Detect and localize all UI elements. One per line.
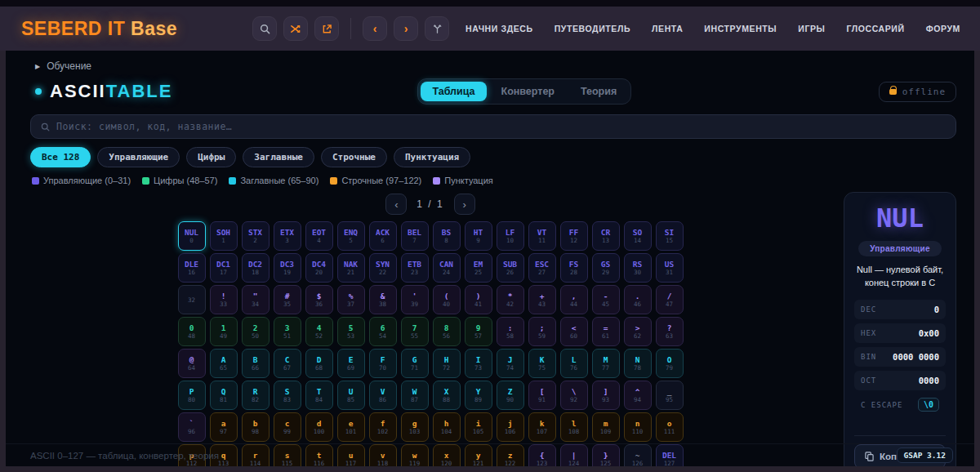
ascii-cell-78[interactable]: N78 [624,349,652,378]
ascii-cell-6[interactable]: ACK6 [369,221,397,251]
ascii-cell-53[interactable]: 553 [337,317,365,346]
ascii-cell-79[interactable]: O79 [656,349,684,378]
site-logo[interactable]: SEBERD IT Base [21,18,177,40]
ascii-cell-30[interactable]: RS30 [624,253,652,283]
tab-2[interactable]: Теория [569,82,628,101]
ascii-cell-69[interactable]: E69 [337,349,365,378]
ascii-cell-23[interactable]: ETB23 [401,253,429,283]
ascii-cell-109[interactable]: m109 [592,412,620,442]
nav-item-0[interactable]: НАЧНИ ЗДЕСЬ [466,24,533,33]
ascii-cell-47[interactable]: /47 [656,285,684,314]
ascii-cell-104[interactable]: h104 [433,412,461,442]
ascii-cell-7[interactable]: BEL7 [401,221,429,251]
ascii-cell-98[interactable]: b98 [242,412,270,442]
ascii-cell-17[interactable]: DC117 [210,253,238,283]
ascii-cell-13[interactable]: CR13 [592,221,620,251]
ascii-cell-36[interactable]: $36 [305,285,333,314]
ascii-cell-63[interactable]: ?63 [656,317,684,346]
ascii-cell-20[interactable]: DC420 [305,253,333,283]
ascii-cell-80[interactable]: P80 [178,381,206,410]
ascii-cell-16[interactable]: DLE16 [178,253,206,283]
filter-chip-1[interactable]: Управляющие [97,147,180,167]
ascii-cell-100[interactable]: d100 [305,412,333,442]
ascii-cell-71[interactable]: G71 [401,349,429,378]
ascii-cell-111[interactable]: o111 [656,412,684,442]
pagination-prev-button[interactable]: ‹ [385,194,407,215]
tab-0[interactable]: Таблица [421,82,486,101]
ascii-cell-50[interactable]: 250 [242,317,270,346]
ascii-cell-90[interactable]: Z90 [497,381,524,410]
nav-item-1[interactable]: ПУТЕВОДИТЕЛЬ [555,24,630,33]
ascii-cell-106[interactable]: j106 [497,412,524,442]
ascii-cell-96[interactable]: `96 [178,412,206,442]
ascii-cell-70[interactable]: F70 [369,349,397,378]
ascii-cell-8[interactable]: BS8 [433,221,461,251]
ascii-cell-102[interactable]: f102 [369,412,397,442]
ascii-cell-84[interactable]: T84 [305,381,333,410]
ascii-cell-38[interactable]: &38 [369,285,397,314]
ascii-cell-75[interactable]: K75 [528,349,556,378]
ascii-cell-108[interactable]: l108 [560,412,588,442]
ascii-cell-85[interactable]: U85 [337,381,365,410]
filter-chip-3[interactable]: Заглавные [243,147,314,167]
ascii-cell-74[interactable]: J74 [497,349,524,378]
ascii-cell-18[interactable]: DC218 [242,253,270,283]
ascii-cell-54[interactable]: 654 [369,317,397,346]
ascii-cell-83[interactable]: S83 [274,381,301,410]
ascii-cell-95[interactable]: _95 [656,381,684,410]
ascii-cell-105[interactable]: i105 [465,412,492,442]
ascii-cell-15[interactable]: SI15 [656,221,684,251]
search-button[interactable] [252,16,277,41]
ascii-cell-61[interactable]: =61 [592,317,620,346]
ascii-cell-93[interactable]: ]93 [592,381,620,410]
ascii-cell-49[interactable]: 149 [210,317,238,346]
ascii-cell-37[interactable]: %37 [337,285,365,314]
ascii-cell-42[interactable]: *42 [497,285,524,314]
ascii-cell-41[interactable]: )41 [465,285,492,314]
ascii-cell-12[interactable]: FF12 [560,221,588,251]
ascii-cell-62[interactable]: >62 [624,317,652,346]
ascii-cell-51[interactable]: 351 [274,317,301,346]
ascii-cell-65[interactable]: A65 [210,349,238,378]
ascii-cell-44[interactable]: ,44 [560,285,588,314]
ascii-cell-52[interactable]: 452 [305,317,333,346]
search-input[interactable]: Поиск: символ, код, название… [30,114,956,139]
ascii-cell-72[interactable]: H72 [433,349,461,378]
ascii-cell-39[interactable]: '39 [401,285,429,314]
ascii-cell-27[interactable]: ESC27 [528,253,556,283]
ascii-cell-19[interactable]: DC319 [274,253,301,283]
ascii-cell-87[interactable]: W87 [401,381,429,410]
ascii-cell-0[interactable]: NUL0 [178,221,206,251]
ascii-cell-2[interactable]: STX2 [242,221,270,251]
ascii-cell-10[interactable]: LF10 [497,221,524,251]
filter-chip-2[interactable]: Цифры [186,147,236,167]
ascii-cell-101[interactable]: e101 [337,412,365,442]
ascii-cell-81[interactable]: Q81 [210,381,238,410]
ascii-cell-103[interactable]: g103 [401,412,429,442]
filter-chip-0[interactable]: Все 128 [30,147,91,167]
ascii-cell-91[interactable]: [91 [528,381,556,410]
tab-1[interactable]: Конвертер [490,82,566,101]
ascii-cell-60[interactable]: <60 [560,317,588,346]
ascii-cell-3[interactable]: ETX3 [274,221,301,251]
ascii-cell-56[interactable]: 856 [433,317,461,346]
ascii-cell-35[interactable]: #35 [274,285,301,314]
ascii-cell-92[interactable]: \92 [560,381,588,410]
ascii-cell-94[interactable]: ^94 [624,381,652,410]
ascii-cell-107[interactable]: k107 [528,412,556,442]
ascii-cell-45[interactable]: -45 [592,285,620,314]
breadcrumb[interactable]: ▶ Обучение [30,57,956,77]
next-page-button[interactable]: › [394,16,418,41]
ascii-cell-43[interactable]: +43 [528,285,556,314]
ascii-cell-67[interactable]: C67 [274,349,301,378]
filter-chip-4[interactable]: Строчные [321,147,387,167]
ascii-cell-64[interactable]: @64 [178,349,206,378]
ascii-cell-66[interactable]: B66 [242,349,270,378]
ascii-cell-11[interactable]: VT11 [528,221,556,251]
ascii-cell-31[interactable]: US31 [656,253,684,283]
ascii-cell-4[interactable]: EOT4 [305,221,333,251]
nav-item-6[interactable]: ФОРУМ [926,24,960,33]
ascii-cell-9[interactable]: HT9 [465,221,492,251]
ascii-cell-1[interactable]: SOH1 [210,221,238,251]
ascii-cell-40[interactable]: (40 [433,285,461,314]
